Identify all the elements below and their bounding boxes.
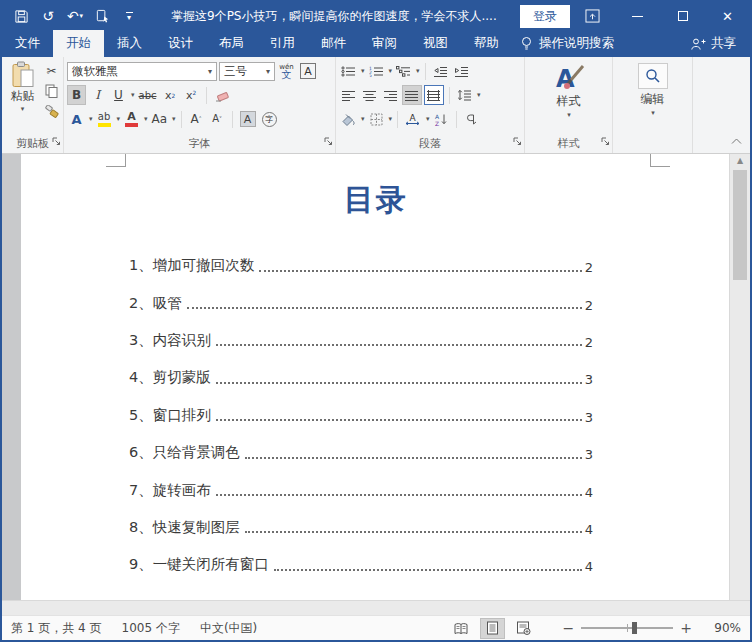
toc-entry[interactable]: 2、吸管2: [129, 284, 593, 321]
print-layout-icon[interactable]: [480, 618, 505, 639]
decrease-indent-icon[interactable]: [431, 61, 450, 81]
tab-references[interactable]: 引用: [257, 30, 308, 57]
borders-icon[interactable]: [367, 109, 386, 129]
numbering-icon[interactable]: 123: [367, 61, 386, 81]
font-name-combobox[interactable]: 微软雅黑 ▾: [67, 62, 217, 81]
underline-button[interactable]: U: [109, 85, 128, 105]
increase-indent-icon[interactable]: [452, 61, 471, 81]
repeat-icon[interactable]: ↺: [38, 6, 58, 26]
toc-entry[interactable]: 4、剪切蒙版3: [129, 359, 593, 396]
tab-help[interactable]: 帮助: [461, 30, 512, 57]
shading-bucket-icon[interactable]: [339, 109, 358, 129]
login-button[interactable]: 登录: [520, 5, 570, 28]
minimize-button[interactable]: [615, 2, 660, 30]
vertical-scrollbar[interactable]: ▲: [729, 154, 750, 600]
tab-home[interactable]: 开始: [53, 30, 104, 57]
page-indicator[interactable]: 第 1 页，共 4 页: [11, 620, 102, 637]
font-name-dropdown-icon[interactable]: ▾: [204, 67, 216, 76]
font-size-combobox[interactable]: 三号 ▾: [219, 62, 275, 81]
superscript-button[interactable]: x2: [182, 85, 201, 105]
vertical-scroll-thumb[interactable]: [733, 170, 747, 280]
format-painter-icon[interactable]: [42, 102, 61, 120]
line-spacing-dropdown-icon[interactable]: ▾: [477, 91, 481, 99]
subscript-button[interactable]: x2: [161, 85, 180, 105]
multilevel-list-icon[interactable]: [394, 61, 413, 81]
language-indicator[interactable]: 中文(中国): [200, 620, 257, 637]
change-case-dropdown-icon[interactable]: ▾: [172, 115, 176, 123]
character-shading-button[interactable]: A: [238, 109, 258, 129]
strikethrough-button[interactable]: abc: [137, 85, 159, 105]
text-highlight-button[interactable]: ab: [95, 109, 114, 129]
copy-icon[interactable]: [42, 82, 61, 100]
toc-entry[interactable]: 1、增加可撤回次数2: [129, 247, 593, 284]
grow-font-button[interactable]: A˄: [187, 109, 206, 129]
clear-formatting-icon[interactable]: [212, 85, 232, 105]
zoom-slider[interactable]: [581, 627, 673, 629]
toc-entry[interactable]: 3、内容识别2: [129, 322, 593, 359]
asian-layout-icon[interactable]: A: [403, 109, 423, 129]
zoom-slider-thumb[interactable]: [632, 622, 637, 634]
text-effects-dropdown-icon[interactable]: ▾: [89, 115, 93, 123]
paste-dropdown-arrow[interactable]: ▾: [21, 105, 25, 113]
save-icon[interactable]: [11, 6, 31, 26]
tell-me-search[interactable]: 操作说明搜索: [520, 30, 614, 57]
touch-mouse-mode-icon[interactable]: [92, 6, 112, 26]
tab-insert[interactable]: 插入: [104, 30, 155, 57]
ribbon-display-options-icon[interactable]: [570, 2, 615, 30]
change-case-button[interactable]: Aa: [150, 109, 170, 129]
share-button[interactable]: 共享: [690, 30, 750, 57]
collapse-ribbon-icon[interactable]: [731, 134, 742, 148]
shading-dropdown-icon[interactable]: ▾: [361, 115, 365, 123]
undo-icon[interactable]: ↶▾: [65, 6, 85, 26]
web-layout-icon[interactable]: [511, 618, 536, 639]
align-right-icon[interactable]: [381, 85, 400, 105]
tab-review[interactable]: 审阅: [359, 30, 410, 57]
paragraph-dialog-launcher-icon[interactable]: [513, 135, 522, 149]
editing-dropdown-icon[interactable]: ▾: [651, 109, 655, 117]
justify-icon[interactable]: [402, 85, 422, 105]
toc-entry[interactable]: 5、窗口排列3: [129, 397, 593, 434]
character-border-icon[interactable]: A: [298, 61, 318, 81]
toc-entry[interactable]: 7、旋转画布4: [129, 471, 593, 508]
bullets-icon[interactable]: [339, 61, 358, 81]
font-size-dropdown-icon[interactable]: ▾: [262, 67, 274, 76]
multilevel-dropdown-icon[interactable]: ▾: [416, 67, 420, 75]
phonetic-guide-icon[interactable]: wén 文: [277, 61, 296, 81]
read-mode-icon[interactable]: [449, 618, 474, 639]
zoom-level[interactable]: 90%: [705, 621, 741, 635]
scroll-up-icon[interactable]: ▲: [730, 156, 750, 165]
line-spacing-icon[interactable]: [455, 85, 474, 105]
align-center-icon[interactable]: [360, 85, 379, 105]
text-effects-button[interactable]: A: [67, 109, 86, 129]
clipboard-dialog-launcher-icon[interactable]: [52, 135, 61, 149]
toc-entry[interactable]: 8、快速复制图层4: [129, 509, 593, 546]
font-dialog-launcher-icon[interactable]: [324, 135, 333, 149]
horizontal-scrollbar[interactable]: [2, 600, 750, 615]
align-left-icon[interactable]: [339, 85, 358, 105]
tab-file[interactable]: 文件: [2, 30, 53, 57]
font-color-button[interactable]: A: [122, 109, 141, 129]
paste-button[interactable]: 粘贴 ▾: [7, 61, 38, 120]
sort-icon[interactable]: AZ: [432, 109, 451, 129]
maximize-button[interactable]: [660, 2, 705, 30]
customize-qat-icon[interactable]: ▾: [119, 6, 139, 26]
styles-dropdown-icon[interactable]: ▾: [567, 111, 571, 119]
toc-entry[interactable]: 6、只给背景调色3: [129, 434, 593, 471]
highlight-dropdown-icon[interactable]: ▾: [117, 115, 121, 123]
distributed-icon[interactable]: [424, 85, 444, 105]
borders-dropdown-icon[interactable]: ▾: [389, 115, 393, 123]
toc-entry[interactable]: 9、一键关闭所有窗口4: [129, 546, 593, 583]
bullets-dropdown-icon[interactable]: ▾: [361, 67, 365, 75]
zoom-in-button[interactable]: +: [673, 620, 699, 636]
tab-layout[interactable]: 布局: [206, 30, 257, 57]
tab-view[interactable]: 视图: [410, 30, 461, 57]
italic-button[interactable]: I: [88, 85, 107, 105]
show-marks-icon[interactable]: [462, 109, 481, 129]
styles-button[interactable]: A 样式 ▾: [525, 59, 612, 119]
bold-button[interactable]: B: [67, 85, 86, 105]
enclose-characters-button[interactable]: 字: [260, 109, 279, 129]
tab-mailings[interactable]: 邮件: [308, 30, 359, 57]
underline-dropdown-icon[interactable]: ▾: [131, 91, 135, 99]
word-count[interactable]: 1005 个字: [122, 620, 180, 637]
cut-icon[interactable]: ✂: [42, 62, 61, 80]
